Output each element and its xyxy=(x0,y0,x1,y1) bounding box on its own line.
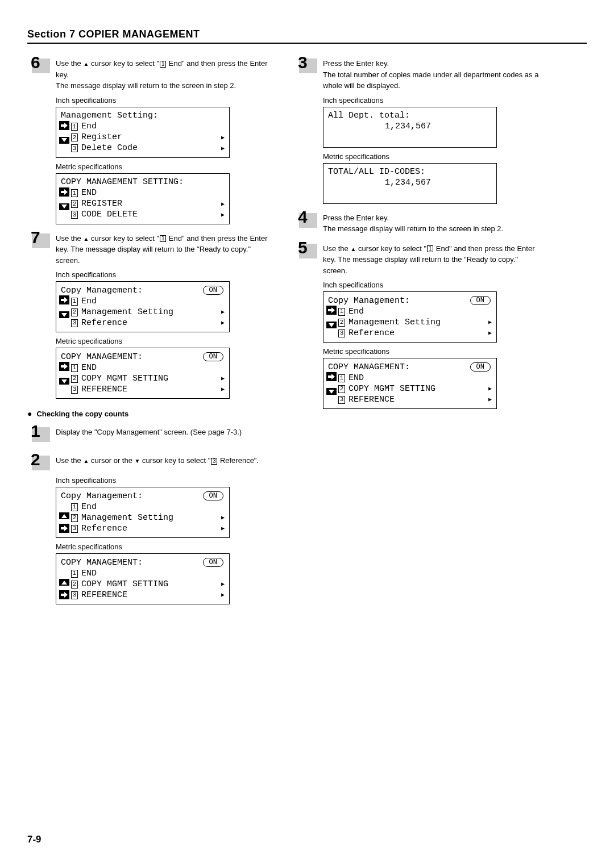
up-triangle-icon xyxy=(83,234,89,243)
on-badge: ON xyxy=(470,296,491,305)
display-mgmt-setting-metric: COPY MANAGEMENT SETTING: 1END 2REGISTER▶… xyxy=(56,173,230,224)
cursor-indicator xyxy=(59,187,69,210)
on-badge: ON xyxy=(203,491,223,500)
step-1: 1 Display the "Copy Management" screen. … xyxy=(27,425,272,443)
submenu-arrow-icon: ▶ xyxy=(488,329,492,337)
step-number: 7 xyxy=(31,228,40,247)
display-mgmt-setting-inch: Management Setting: 1End 2Register▶ 3Del… xyxy=(56,107,230,158)
step-number-box: 3 xyxy=(294,56,317,74)
step-2: 2 Use the cursor or the cursor key to se… xyxy=(27,453,272,471)
inch-label: Inch specifications xyxy=(56,96,272,105)
submenu-arrow-icon: ▶ xyxy=(221,581,225,588)
step-3: 3 Press the Enter key. The total number … xyxy=(294,56,539,91)
submenu-arrow-icon: ▶ xyxy=(221,134,225,141)
step-text: Use the cursor key to select "1 End" and… xyxy=(323,243,539,277)
cursor-indicator xyxy=(59,295,69,318)
display-copy-mgmt-ref-inch: ON Copy Management: 1End 2Management Set… xyxy=(56,487,230,538)
submenu-arrow-icon: ▶ xyxy=(221,514,225,521)
step-text: Use the cursor key to select "1 End" and… xyxy=(56,58,272,91)
step-text: Press the Enter key. The message display… xyxy=(323,212,539,235)
inch-label: Inch specifications xyxy=(56,270,272,279)
step-number-box: 7 xyxy=(27,231,50,249)
cursor-indicator xyxy=(59,579,69,599)
metric-label: Metric specifications xyxy=(323,152,539,161)
submenu-arrow-icon: ▶ xyxy=(221,201,225,208)
step-number-box: 6 xyxy=(27,56,50,74)
inline-box-1: 1 xyxy=(160,61,166,68)
step-number: 5 xyxy=(298,238,308,257)
up-triangle-icon xyxy=(350,244,356,253)
inline-box-1: 1 xyxy=(427,245,433,252)
step-number: 6 xyxy=(31,53,40,72)
cursor-indicator xyxy=(59,121,69,144)
step-number-box: 2 xyxy=(27,453,50,471)
submenu-arrow-icon: ▶ xyxy=(221,525,225,532)
metric-label: Metric specifications xyxy=(56,542,272,551)
display-copy-mgmt-inch: ON Copy Management: 1End 2Management Set… xyxy=(56,281,230,332)
display-copy-mgmt-metric-5: ON COPY MANAGEMENT: 1END 2COPY MGMT SETT… xyxy=(323,358,497,409)
display-copy-mgmt-metric: ON COPY MANAGEMENT: 1END 2COPY MGMT SETT… xyxy=(56,348,230,399)
step-number: 4 xyxy=(298,207,308,227)
submenu-arrow-icon: ▶ xyxy=(221,308,225,316)
step-5: 5 Use the cursor key to select "1 End" a… xyxy=(294,241,539,277)
display-copy-mgmt-inch-5: ON Copy Management: 1End 2Management Set… xyxy=(323,291,497,343)
submenu-arrow-icon: ▶ xyxy=(221,375,225,382)
step-text: Display the "Copy Management" screen. (S… xyxy=(56,427,272,438)
on-badge: ON xyxy=(470,362,491,372)
section-title: Section 7 COPIER MANAGEMENT xyxy=(27,28,200,40)
step-7: 7 Use the cursor key to select "1 End" a… xyxy=(27,231,272,266)
step-number: 1 xyxy=(31,422,40,441)
display-all-dept-total-inch: All Dept. total: 1,234,567 xyxy=(323,107,497,148)
step-text: Use the cursor key to select "1 End" and… xyxy=(56,233,272,266)
submenu-arrow-icon: ▶ xyxy=(221,319,225,327)
submenu-arrow-icon: ▶ xyxy=(221,386,225,393)
cursor-indicator xyxy=(326,372,337,395)
metric-label: Metric specifications xyxy=(323,347,539,356)
inch-label: Inch specifications xyxy=(323,96,539,105)
step-6: 6 Use the cursor key to select "1 End" a… xyxy=(27,56,272,91)
submenu-arrow-icon: ▶ xyxy=(488,319,492,326)
submenu-arrow-icon: ▶ xyxy=(221,145,225,152)
step-number: 3 xyxy=(298,53,308,72)
subheading-checking-counts: ● Checking the copy counts xyxy=(27,409,272,418)
step-number-box: 1 xyxy=(27,425,50,443)
on-badge: ON xyxy=(203,286,223,295)
inch-label: Inch specifications xyxy=(56,476,272,485)
up-triangle-icon xyxy=(83,59,89,68)
step-number-box: 4 xyxy=(294,211,317,229)
inline-box-3: 3 xyxy=(211,458,217,465)
metric-label: Metric specifications xyxy=(56,162,272,171)
step-text: Use the cursor or the cursor key to sele… xyxy=(56,455,272,466)
metric-label: Metric specifications xyxy=(56,337,272,345)
section-header: Section 7 COPIER MANAGEMENT xyxy=(27,28,587,44)
bullet-icon: ● xyxy=(27,409,32,418)
step-text: Press the Enter key. The total number of… xyxy=(323,58,539,91)
step-number-box: 5 xyxy=(294,241,317,260)
step-4: 4 Press the Enter key. The message displ… xyxy=(294,211,539,235)
cursor-indicator xyxy=(59,512,69,533)
inline-box-1: 1 xyxy=(160,235,166,242)
cursor-indicator xyxy=(59,362,69,385)
submenu-arrow-icon: ▶ xyxy=(221,591,225,599)
step-number: 2 xyxy=(31,450,40,469)
up-triangle-icon xyxy=(83,456,89,465)
down-triangle-icon xyxy=(135,456,140,465)
submenu-arrow-icon: ▶ xyxy=(488,396,492,403)
cursor-indicator xyxy=(326,306,337,328)
submenu-arrow-icon: ▶ xyxy=(221,211,225,219)
on-badge: ON xyxy=(203,558,223,567)
display-copy-mgmt-ref-metric: ON COPY MANAGEMENT: 1END 2COPY MGMT SETT… xyxy=(56,553,230,604)
inch-label: Inch specifications xyxy=(323,281,539,289)
display-all-dept-total-metric: TOTAL/ALL ID-CODES: 1,234,567 xyxy=(323,163,497,204)
submenu-arrow-icon: ▶ xyxy=(488,385,492,393)
on-badge: ON xyxy=(203,352,223,361)
